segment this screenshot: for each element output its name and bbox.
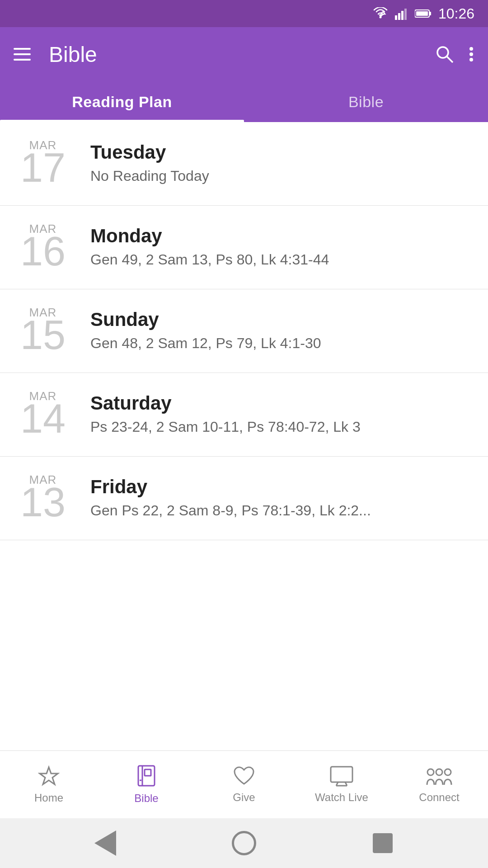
wifi-icon [372, 7, 389, 20]
nav-label-watch-live: Watch Live [315, 791, 368, 804]
svg-rect-18 [331, 767, 352, 782]
svg-point-23 [436, 769, 442, 775]
svg-rect-7 [416, 11, 428, 16]
menu-line-2 [14, 53, 31, 55]
reading-verses-mar16: Gen 49, 2 Sam 13, Ps 80, Lk 4:31-44 [90, 250, 470, 269]
date-block-mar15: MAR 15 [18, 307, 68, 355]
svg-marker-13 [40, 767, 58, 784]
reading-weekday-mar13: Friday [90, 476, 470, 498]
tv-icon [330, 766, 353, 787]
reading-content-mar15: Sunday Gen 48, 2 Sam 12, Ps 79, Lk 4:1-3… [90, 309, 470, 353]
svg-point-8 [437, 47, 448, 58]
svg-point-0 [379, 16, 381, 19]
reading-weekday-mar15: Sunday [90, 309, 470, 330]
nav-item-home[interactable]: Home [0, 765, 98, 804]
tab-reading-plan[interactable]: Reading Plan [0, 81, 244, 122]
reading-content-mar17: Tuesday No Reading Today [90, 142, 470, 186]
battery-icon [415, 9, 432, 19]
reading-weekday-mar16: Monday [90, 225, 470, 247]
svg-point-24 [445, 769, 451, 775]
tab-bar: Reading Plan Bible [0, 81, 488, 122]
reading-verses-mar17: No Reading Today [90, 167, 470, 186]
reading-verses-mar15: Gen 48, 2 Sam 12, Ps 79, Lk 4:1-30 [90, 334, 470, 353]
date-day-mar17: 17 [20, 147, 66, 188]
back-arrow-icon [94, 830, 116, 856]
svg-rect-1 [395, 15, 397, 20]
nav-item-give[interactable]: Give [195, 766, 293, 804]
home-button[interactable] [230, 830, 258, 857]
heart-icon [233, 766, 255, 787]
more-options-icon[interactable] [468, 44, 474, 64]
date-day-mar15: 15 [20, 315, 66, 355]
svg-point-12 [469, 58, 473, 61]
reading-item-mar17[interactable]: MAR 17 Tuesday No Reading Today [0, 122, 488, 206]
people-icon [426, 766, 452, 787]
svg-line-9 [447, 57, 453, 62]
svg-point-11 [469, 52, 473, 56]
home-circle-icon [232, 831, 256, 855]
date-block-mar17: MAR 17 [18, 139, 68, 188]
nav-label-bible: Bible [134, 792, 158, 805]
reading-verses-mar13: Gen Ps 22, 2 Sam 8-9, Ps 78:1-39, Lk 2:2… [90, 501, 470, 520]
nav-item-bible[interactable]: Bible [98, 765, 195, 805]
svg-rect-2 [398, 13, 400, 20]
system-nav-bar [0, 818, 488, 868]
reading-verses-mar14: Ps 23-24, 2 Sam 10-11, Ps 78:40-72, Lk 3 [90, 418, 470, 437]
date-block-mar13: MAR 13 [18, 474, 68, 523]
reading-content-mar14: Saturday Ps 23-24, 2 Sam 10-11, Ps 78:40… [90, 392, 470, 437]
header-actions [435, 44, 474, 64]
status-time: 10:26 [438, 5, 474, 22]
reading-weekday-mar17: Tuesday [90, 142, 470, 163]
status-icons: 10:26 [372, 5, 474, 22]
recents-square-icon [373, 833, 393, 853]
date-block-mar16: MAR 16 [18, 223, 68, 272]
tab-bible[interactable]: Bible [244, 81, 488, 122]
app-title: Bible [49, 42, 421, 67]
reading-list: MAR 17 Tuesday No Reading Today MAR 16 M… [0, 122, 488, 750]
svg-rect-16 [145, 769, 151, 776]
nav-label-give: Give [233, 791, 255, 804]
svg-point-10 [469, 47, 473, 51]
svg-rect-6 [429, 12, 431, 15]
date-block-mar14: MAR 14 [18, 390, 68, 439]
reading-item-mar13[interactable]: MAR 13 Friday Gen Ps 22, 2 Sam 8-9, Ps 7… [0, 457, 488, 540]
date-day-mar16: 16 [20, 231, 66, 272]
date-day-mar13: 13 [20, 482, 66, 523]
book-icon [136, 765, 157, 788]
back-button[interactable] [92, 830, 119, 857]
reading-item-mar15[interactable]: MAR 15 Sunday Gen 48, 2 Sam 12, Ps 79, L… [0, 289, 488, 373]
svg-point-22 [427, 769, 434, 775]
nav-item-connect[interactable]: Connect [390, 766, 488, 804]
menu-button[interactable] [14, 48, 31, 61]
reading-content-mar16: Monday Gen 49, 2 Sam 13, Ps 80, Lk 4:31-… [90, 225, 470, 269]
date-day-mar14: 14 [20, 398, 66, 439]
recents-button[interactable] [369, 830, 396, 857]
menu-line-1 [14, 48, 31, 50]
bottom-nav: Home Bible Give Watch Live [0, 750, 488, 818]
reading-content-mar13: Friday Gen Ps 22, 2 Sam 8-9, Ps 78:1-39,… [90, 476, 470, 520]
nav-item-watch-live[interactable]: Watch Live [293, 766, 390, 804]
reading-weekday-mar14: Saturday [90, 392, 470, 414]
nav-label-home: Home [34, 792, 63, 804]
reading-item-mar16[interactable]: MAR 16 Monday Gen 49, 2 Sam 13, Ps 80, L… [0, 206, 488, 289]
status-bar: 10:26 [0, 0, 488, 27]
reading-item-mar14[interactable]: MAR 14 Saturday Ps 23-24, 2 Sam 10-11, P… [0, 373, 488, 457]
app-header: Bible [0, 27, 488, 81]
search-icon[interactable] [435, 44, 455, 64]
signal-icon [395, 7, 408, 20]
star-icon [38, 765, 60, 787]
menu-line-3 [14, 59, 31, 61]
svg-rect-3 [401, 11, 404, 20]
svg-rect-4 [404, 9, 407, 20]
nav-label-connect: Connect [419, 791, 459, 804]
